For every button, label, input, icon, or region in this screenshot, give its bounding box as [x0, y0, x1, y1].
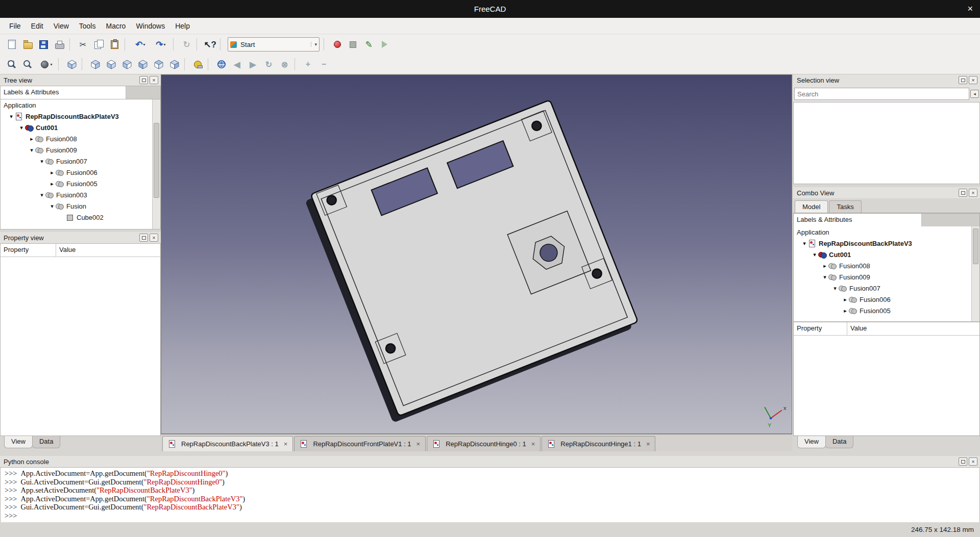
bottom-view-button[interactable]: [151, 57, 166, 72]
tree-root-application[interactable]: Application: [1, 99, 160, 111]
tab-tasks[interactable]: Tasks: [829, 200, 861, 213]
combo-tab-view[interactable]: View: [797, 436, 826, 448]
menu-file[interactable]: File: [4, 20, 26, 32]
combo-item-fusion006[interactable]: Fusion006: [794, 294, 979, 305]
menu-windows[interactable]: Windows: [131, 20, 170, 32]
tab-close-button[interactable]: ×: [416, 440, 421, 448]
combo-item-cut001[interactable]: Cut001: [794, 249, 979, 260]
combo-item-fusion009[interactable]: Fusion009: [794, 271, 979, 283]
expander-icon[interactable]: [28, 136, 35, 142]
property-column-header[interactable]: Property: [1, 244, 56, 257]
combo-scrollbar-thumb[interactable]: [973, 228, 978, 264]
zoom-out-button[interactable]: −: [316, 57, 332, 72]
property-view-float-button[interactable]: [139, 234, 148, 242]
model-plate[interactable]: [311, 100, 639, 416]
tab-model[interactable]: Model: [795, 200, 828, 213]
python-console-body[interactable]: >>>App.ActiveDocument=App.getDocument("R…: [0, 467, 980, 527]
browser-back-button[interactable]: ◀: [229, 57, 245, 72]
tab-close-button[interactable]: ×: [284, 440, 288, 448]
expander-icon[interactable]: [38, 158, 45, 165]
combo-view-close-button[interactable]: [969, 189, 977, 197]
tree-item-fusion003[interactable]: Fusion003: [1, 189, 160, 200]
menu-help[interactable]: Help: [170, 20, 195, 32]
copy-button[interactable]: [91, 37, 107, 52]
open-file-button[interactable]: [20, 37, 36, 52]
document-tab-hinge1[interactable]: RepRapDiscountHinge1 : 1 ×: [542, 436, 655, 451]
menu-macro[interactable]: Macro: [101, 20, 131, 32]
front-view-button[interactable]: [87, 57, 103, 72]
expander-icon[interactable]: [811, 251, 818, 258]
python-console-float-button[interactable]: [959, 457, 967, 466]
selection-search-button[interactable]: ◂: [970, 90, 979, 98]
refresh-button[interactable]: ↻: [179, 37, 194, 52]
tree-item-backplatev3[interactable]: RepRapDiscountBackPlateV3: [1, 111, 160, 122]
web-button[interactable]: [213, 57, 229, 72]
tree-scrollbar-thumb[interactable]: [154, 123, 159, 198]
expander-icon[interactable]: [831, 285, 839, 292]
tab-close-button[interactable]: ×: [531, 440, 535, 448]
selection-view-float-button[interactable]: [959, 76, 967, 84]
zoom-in-button[interactable]: +: [300, 57, 316, 72]
expander-icon[interactable]: [48, 181, 56, 187]
zoom-button[interactable]: [20, 57, 36, 72]
labels-attributes-header[interactable]: Labels & Attributes: [794, 214, 922, 226]
rear-view-button[interactable]: [135, 57, 151, 72]
window-close-button[interactable]: ×: [967, 4, 973, 14]
top-view-button[interactable]: [103, 57, 119, 72]
document-tab-backplatev3[interactable]: RepRapDiscountBackPlateV3 : 1 ×: [162, 436, 293, 451]
macro-record-button[interactable]: [329, 37, 345, 52]
tree-item-cut001[interactable]: Cut001: [1, 122, 160, 133]
expander-icon[interactable]: [38, 192, 45, 198]
fit-all-button[interactable]: [4, 57, 20, 72]
browser-forward-button[interactable]: ▶: [245, 57, 261, 72]
menu-tools[interactable]: Tools: [74, 20, 101, 32]
browser-stop-button[interactable]: ⊗: [277, 57, 292, 72]
document-tab-frontplatev1[interactable]: RepRapDiscountFrontPlateV1 : 1 ×: [294, 436, 426, 451]
tree-item-fusion006[interactable]: Fusion006: [1, 167, 160, 178]
expander-icon[interactable]: [8, 113, 15, 120]
tree-view-close-button[interactable]: [150, 76, 158, 84]
labels-attributes-header[interactable]: Labels & Attributes: [1, 86, 126, 99]
property-column-header[interactable]: Property: [794, 322, 847, 335]
left-tab-data[interactable]: Data: [32, 436, 60, 448]
menu-edit[interactable]: Edit: [26, 20, 48, 32]
redo-button[interactable]: ↷▾: [151, 37, 171, 52]
tree-item-fusion005[interactable]: Fusion005: [1, 178, 160, 189]
left-tab-view[interactable]: View: [4, 436, 33, 448]
expander-icon[interactable]: [801, 240, 808, 247]
search-input[interactable]: [794, 88, 969, 100]
browser-refresh-button[interactable]: ↻: [261, 57, 277, 72]
tree-scrollbar[interactable]: [152, 99, 160, 229]
menu-view[interactable]: View: [48, 20, 74, 32]
combo-scrollbar[interactable]: [971, 226, 979, 321]
measure-button[interactable]: [190, 57, 206, 72]
save-button[interactable]: [36, 37, 52, 52]
cut-button[interactable]: [75, 37, 91, 52]
tree-item-fusion007[interactable]: Fusion007: [1, 156, 160, 167]
tree-item-cube002[interactable]: Cube002: [1, 212, 160, 223]
combo-item-fusion008[interactable]: Fusion008: [794, 260, 979, 271]
undo-button[interactable]: ↶▾: [130, 37, 151, 52]
expander-icon[interactable]: [821, 263, 828, 269]
combo-view-float-button[interactable]: [959, 189, 967, 197]
macro-play-button[interactable]: [377, 37, 393, 52]
expander-icon[interactable]: [48, 169, 56, 176]
document-tab-hinge0[interactable]: RepRapDiscountHinge0 : 1 ×: [427, 436, 541, 451]
property-view-close-button[interactable]: [150, 234, 158, 242]
combo-root-application[interactable]: Application: [794, 226, 979, 238]
left-view-button[interactable]: [166, 57, 182, 72]
viewport-3d[interactable]: x Y: [161, 74, 792, 434]
tree-item-fusion009[interactable]: Fusion009: [1, 144, 160, 156]
draw-style-button[interactable]: ▾: [36, 57, 56, 72]
combo-item-fusion005[interactable]: Fusion005: [794, 305, 979, 316]
macro-edit-button[interactable]: ✎: [361, 37, 377, 52]
value-column-header[interactable]: Value: [56, 244, 160, 257]
combo-item-fusion007[interactable]: Fusion007: [794, 283, 979, 294]
workbench-selector[interactable]: Start ▾: [228, 37, 320, 52]
expander-icon[interactable]: [48, 203, 56, 210]
selection-view-close-button[interactable]: [969, 76, 977, 84]
right-view-button[interactable]: [119, 57, 135, 72]
combo-tab-data[interactable]: Data: [825, 436, 853, 448]
paste-button[interactable]: [107, 37, 122, 52]
tab-close-button[interactable]: ×: [646, 440, 650, 448]
